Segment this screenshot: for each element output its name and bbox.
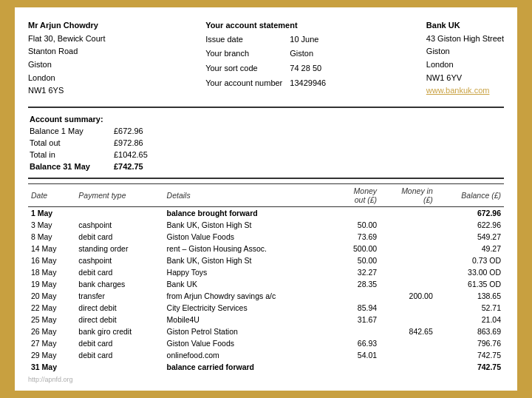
cell-details: Bank UK, Giston High St (164, 254, 336, 266)
header-right: Bank UK 43 Giston High Street Giston Lon… (426, 19, 504, 98)
cell-details: City Electricity Services (164, 302, 336, 314)
cell-details: Giston Value Foods (164, 337, 336, 349)
cell-in (380, 243, 436, 254)
cell-out (335, 290, 380, 302)
balance-31may-label: Balance 31 May (30, 161, 112, 172)
cell-date: 25 May (28, 314, 75, 326)
col-date: Date (28, 183, 75, 206)
cell-type: cashpoint (75, 219, 163, 231)
cell-details: Giston Petrol Station (164, 326, 336, 337)
cell-date: 14 May (28, 243, 75, 254)
cell-balance: 0.73 OD (436, 254, 504, 266)
cell-details: Happy Toys (164, 266, 336, 278)
table-row: 8 May debit card Giston Value Foods 73.6… (28, 231, 504, 243)
cell-type: debit card (75, 266, 163, 278)
col-details: Details (164, 183, 336, 206)
watermark: http://apnfd.org (28, 376, 504, 383)
bank-address3: London (426, 58, 504, 72)
branch-value: Giston (290, 47, 326, 61)
cell-type: standing order (75, 243, 163, 254)
cell-out: 85.94 (335, 302, 380, 314)
bank-address2: Giston (426, 45, 504, 58)
bank-name: Bank UK (426, 19, 504, 33)
cell-in (380, 349, 436, 361)
table-row: 18 May debit card Happy Toys 32.27 33.00… (28, 266, 504, 278)
cell-out: 500.00 (335, 243, 380, 254)
cell-date: 31 May (28, 361, 75, 373)
table-row: 25 May direct debit Mobile4U 31.67 21.04 (28, 314, 504, 326)
table-top-divider (28, 178, 504, 179)
branch-label: Your branch (205, 47, 290, 61)
summary-table: Account summary: Balance 1 May £672.96 T… (28, 112, 154, 173)
summary-title: Account summary: (30, 114, 152, 124)
sort-code-value: 74 28 50 (290, 61, 326, 76)
account-number-value: 13429946 (290, 76, 326, 91)
address3: Giston (28, 58, 106, 72)
cell-type: debit card (75, 231, 163, 243)
total-out-row: Total out £972.86 (30, 138, 152, 148)
col-payment-type: Payment type (75, 183, 163, 206)
cell-balance: 52.71 (436, 302, 504, 314)
cell-details: balance brought forward (164, 206, 336, 219)
cell-out: 66.93 (335, 337, 380, 349)
cell-out: 50.00 (335, 254, 380, 266)
balance-1may-label: Balance 1 May (30, 126, 112, 136)
summary-title-row: Account summary: (30, 114, 152, 124)
customer-name: Mr Arjun Chowdry (28, 19, 106, 33)
total-in-row: Total in £1042.65 (30, 149, 152, 160)
total-in-label: Total in (30, 149, 112, 160)
cell-out (335, 326, 380, 337)
cell-details: Bank UK (164, 278, 336, 290)
sort-code-row: Your sort code 74 28 50 (205, 61, 326, 76)
cell-details: Mobile4U (164, 314, 336, 326)
statement-title: Your account statement (205, 19, 326, 33)
table-row: 22 May direct debit City Electricity Ser… (28, 302, 504, 314)
table-row: 29 May debit card onlinefood.com 54.01 7… (28, 349, 504, 361)
cell-balance: 863.69 (436, 326, 504, 337)
address4: London (28, 72, 106, 85)
cell-out (335, 206, 380, 219)
transactions-table: Date Payment type Details Moneyout (£) M… (28, 183, 504, 373)
cell-in (380, 206, 436, 219)
header-section: Mr Arjun Chowdry Flat 30, Bewick Court S… (28, 19, 504, 98)
cell-in (380, 278, 436, 290)
cell-out: 73.69 (335, 231, 380, 243)
cell-date: 22 May (28, 302, 75, 314)
cell-date: 18 May (28, 266, 75, 278)
account-number-row: Your account number 13429946 (205, 76, 326, 91)
account-summary: Account summary: Balance 1 May £672.96 T… (28, 112, 504, 173)
cell-date: 8 May (28, 231, 75, 243)
cell-type: transfer (75, 290, 163, 302)
cell-out: 31.67 (335, 314, 380, 326)
cell-date: 27 May (28, 337, 75, 349)
outer-border: Mr Arjun Chowdry Flat 30, Bewick Court S… (7, 0, 525, 398)
cell-details: Bank UK, Giston High St (164, 219, 336, 231)
cell-out (335, 361, 380, 373)
table-row: 14 May standing order rent – Giston Hous… (28, 243, 504, 254)
balance-1may-row: Balance 1 May £672.96 (30, 126, 152, 136)
cell-details: onlinefood.com (164, 349, 336, 361)
cell-balance: 742.75 (436, 349, 504, 361)
cell-date: 20 May (28, 290, 75, 302)
table-row: 20 May transfer from Arjun Chowdry savin… (28, 290, 504, 302)
table-row: 3 May cashpoint Bank UK, Giston High St … (28, 219, 504, 231)
balance-1may-value: £672.96 (114, 126, 152, 136)
cell-balance: 21.04 (436, 314, 504, 326)
issue-date-label: Issue date (205, 33, 290, 47)
table-row: 27 May debit card Giston Value Foods 66.… (28, 337, 504, 349)
cell-date: 26 May (28, 326, 75, 337)
cell-balance: 549.27 (436, 231, 504, 243)
cell-balance: 622.96 (436, 219, 504, 231)
cell-date: 29 May (28, 349, 75, 361)
cell-balance: 61.35 OD (436, 278, 504, 290)
issue-date-row: Issue date 10 June (205, 33, 326, 47)
cell-details: balance carried forward (164, 361, 336, 373)
cell-date: 16 May (28, 254, 75, 266)
cell-in (380, 266, 436, 278)
table-row: 26 May bank giro credit Giston Petrol St… (28, 326, 504, 337)
bank-address4: NW1 6YV (426, 72, 504, 85)
col-money-out: Moneyout (£) (335, 183, 380, 206)
table-header-row: Date Payment type Details Moneyout (£) M… (28, 183, 504, 206)
cell-balance: 796.76 (436, 337, 504, 349)
bank-website[interactable]: www.bankuk.com (426, 84, 504, 98)
